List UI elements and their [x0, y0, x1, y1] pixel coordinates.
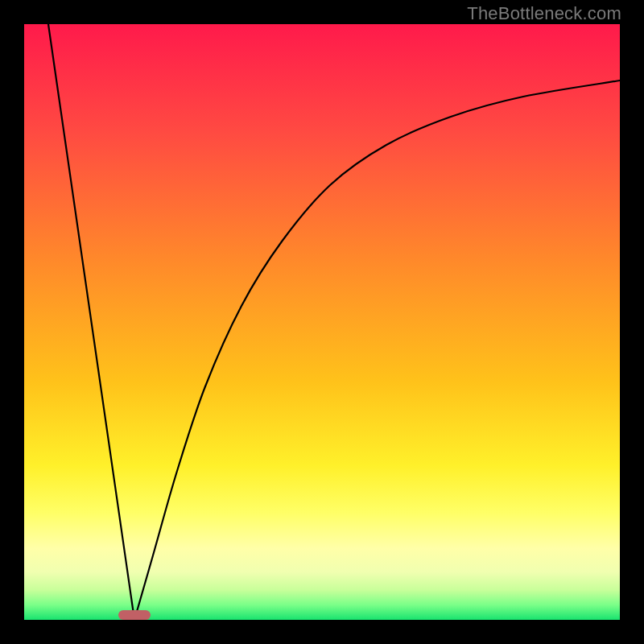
optimum-marker	[118, 610, 151, 620]
bottleneck-curve	[24, 24, 620, 620]
watermark-text: TheBottleneck.com	[467, 3, 621, 24]
plot-frame	[24, 24, 620, 620]
